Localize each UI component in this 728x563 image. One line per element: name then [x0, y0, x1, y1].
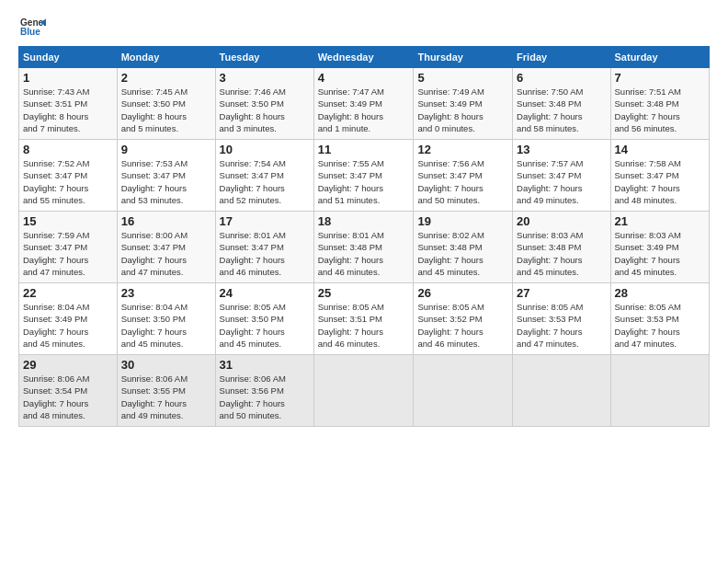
day-number: 13 [517, 143, 606, 156]
day-number: 17 [220, 214, 310, 228]
day-cell [313, 355, 414, 427]
day-number: 6 [517, 71, 606, 85]
day-info: Sunrise: 8:06 AMSunset: 3:54 PMDaylight:… [23, 373, 113, 421]
header-friday: Friday [513, 47, 610, 68]
header-thursday: Thursday [414, 47, 513, 68]
day-cell: 7Sunrise: 7:51 AMSunset: 3:48 PMDaylight… [610, 68, 709, 140]
day-info: Sunrise: 8:03 AMSunset: 3:48 PMDaylight:… [517, 229, 606, 278]
day-info: Sunrise: 8:05 AMSunset: 3:50 PMDaylight:… [220, 301, 310, 350]
day-info: Sunrise: 7:59 AMSunset: 3:47 PMDaylight:… [23, 229, 113, 278]
day-cell: 9Sunrise: 7:53 AMSunset: 3:47 PMDaylight… [117, 140, 215, 212]
day-info: Sunrise: 8:06 AMSunset: 3:56 PMDaylight:… [220, 373, 310, 421]
day-number: 28 [615, 286, 705, 300]
day-number: 10 [220, 143, 310, 156]
day-cell: 27Sunrise: 8:05 AMSunset: 3:53 PMDayligh… [513, 283, 610, 355]
day-cell: 22Sunrise: 8:04 AMSunset: 3:49 PMDayligh… [19, 283, 118, 355]
day-cell: 4Sunrise: 7:47 AMSunset: 3:49 PMDaylight… [313, 68, 414, 140]
day-number: 8 [23, 143, 113, 156]
week-row-3: 15Sunrise: 7:59 AMSunset: 3:47 PMDayligh… [19, 212, 710, 283]
day-cell: 12Sunrise: 7:56 AMSunset: 3:47 PMDayligh… [414, 140, 513, 212]
day-cell: 23Sunrise: 8:04 AMSunset: 3:50 PMDayligh… [117, 283, 215, 355]
day-cell: 30Sunrise: 8:06 AMSunset: 3:55 PMDayligh… [117, 355, 215, 427]
day-cell [513, 355, 610, 427]
day-cell: 20Sunrise: 8:03 AMSunset: 3:48 PMDayligh… [513, 212, 610, 283]
day-info: Sunrise: 7:50 AMSunset: 3:48 PMDaylight:… [517, 86, 606, 134]
day-number: 16 [121, 214, 211, 228]
day-info: Sunrise: 8:00 AMSunset: 3:47 PMDaylight:… [121, 229, 211, 278]
day-number: 29 [23, 358, 113, 372]
header-monday: Monday [117, 47, 215, 68]
day-cell: 24Sunrise: 8:05 AMSunset: 3:50 PMDayligh… [215, 283, 313, 355]
day-number: 26 [417, 286, 508, 300]
day-info: Sunrise: 7:56 AMSunset: 3:47 PMDaylight:… [417, 157, 508, 206]
day-info: Sunrise: 8:03 AMSunset: 3:49 PMDaylight:… [615, 229, 705, 278]
day-cell: 13Sunrise: 7:57 AMSunset: 3:47 PMDayligh… [513, 140, 610, 212]
header-tuesday: Tuesday [215, 47, 313, 68]
day-number: 21 [615, 214, 705, 228]
day-cell: 3Sunrise: 7:46 AMSunset: 3:50 PMDaylight… [215, 68, 313, 140]
logo-icon: General Blue [20, 15, 46, 40]
day-info: Sunrise: 7:57 AMSunset: 3:47 PMDaylight:… [517, 157, 606, 206]
day-cell: 8Sunrise: 7:52 AMSunset: 3:47 PMDaylight… [19, 140, 118, 212]
day-info: Sunrise: 8:02 AMSunset: 3:48 PMDaylight:… [417, 229, 508, 278]
day-number: 31 [220, 358, 310, 372]
day-number: 11 [318, 143, 410, 156]
day-number: 19 [417, 214, 508, 228]
day-info: Sunrise: 7:52 AMSunset: 3:47 PMDaylight:… [23, 157, 113, 206]
week-row-5: 29Sunrise: 8:06 AMSunset: 3:54 PMDayligh… [19, 355, 710, 427]
calendar-table: SundayMondayTuesdayWednesdayThursdayFrid… [18, 46, 710, 427]
day-number: 4 [318, 71, 410, 85]
day-info: Sunrise: 8:04 AMSunset: 3:49 PMDaylight:… [23, 301, 113, 350]
day-info: Sunrise: 8:05 AMSunset: 3:52 PMDaylight:… [417, 301, 508, 350]
day-number: 15 [23, 214, 113, 228]
day-info: Sunrise: 7:51 AMSunset: 3:48 PMDaylight:… [615, 86, 705, 134]
day-cell: 19Sunrise: 8:02 AMSunset: 3:48 PMDayligh… [414, 212, 513, 283]
day-cell: 2Sunrise: 7:45 AMSunset: 3:50 PMDaylight… [117, 68, 215, 140]
day-number: 5 [417, 71, 508, 85]
day-info: Sunrise: 7:45 AMSunset: 3:50 PMDaylight:… [121, 86, 211, 134]
day-cell: 25Sunrise: 8:05 AMSunset: 3:51 PMDayligh… [313, 283, 414, 355]
week-row-1: 1Sunrise: 7:43 AMSunset: 3:51 PMDaylight… [19, 68, 710, 140]
header: General Blue [18, 15, 710, 39]
day-cell: 15Sunrise: 7:59 AMSunset: 3:47 PMDayligh… [19, 212, 118, 283]
day-info: Sunrise: 8:05 AMSunset: 3:53 PMDaylight:… [615, 301, 705, 350]
day-cell: 10Sunrise: 7:54 AMSunset: 3:47 PMDayligh… [215, 140, 313, 212]
day-number: 3 [220, 71, 310, 85]
day-cell: 11Sunrise: 7:55 AMSunset: 3:47 PMDayligh… [313, 140, 414, 212]
day-cell [414, 355, 513, 427]
day-cell [610, 355, 709, 427]
day-cell: 26Sunrise: 8:05 AMSunset: 3:52 PMDayligh… [414, 283, 513, 355]
svg-text:Blue: Blue [20, 27, 40, 37]
day-number: 14 [615, 143, 705, 156]
day-cell: 29Sunrise: 8:06 AMSunset: 3:54 PMDayligh… [19, 355, 118, 427]
day-cell: 5Sunrise: 7:49 AMSunset: 3:49 PMDaylight… [414, 68, 513, 140]
day-number: 24 [220, 286, 310, 300]
day-info: Sunrise: 7:54 AMSunset: 3:47 PMDaylight:… [220, 157, 310, 206]
day-number: 1 [23, 71, 113, 85]
day-number: 22 [23, 286, 113, 300]
day-info: Sunrise: 8:05 AMSunset: 3:53 PMDaylight:… [517, 301, 606, 350]
day-number: 25 [318, 286, 410, 300]
day-cell: 16Sunrise: 8:00 AMSunset: 3:47 PMDayligh… [117, 212, 215, 283]
day-number: 12 [417, 143, 508, 156]
day-info: Sunrise: 7:47 AMSunset: 3:49 PMDaylight:… [318, 86, 410, 134]
day-cell: 21Sunrise: 8:03 AMSunset: 3:49 PMDayligh… [610, 212, 709, 283]
day-info: Sunrise: 8:01 AMSunset: 3:48 PMDaylight:… [318, 229, 410, 278]
day-number: 20 [517, 214, 606, 228]
day-info: Sunrise: 7:55 AMSunset: 3:47 PMDaylight:… [318, 157, 410, 206]
day-info: Sunrise: 7:49 AMSunset: 3:49 PMDaylight:… [417, 86, 508, 134]
day-cell: 28Sunrise: 8:05 AMSunset: 3:53 PMDayligh… [610, 283, 709, 355]
header-saturday: Saturday [610, 47, 709, 68]
day-info: Sunrise: 7:58 AMSunset: 3:47 PMDaylight:… [615, 157, 705, 206]
day-number: 23 [121, 286, 211, 300]
day-number: 7 [615, 71, 705, 85]
day-info: Sunrise: 7:46 AMSunset: 3:50 PMDaylight:… [220, 86, 310, 134]
day-number: 18 [318, 214, 410, 228]
logo: General Blue [18, 15, 46, 39]
day-number: 27 [517, 286, 606, 300]
day-info: Sunrise: 8:04 AMSunset: 3:50 PMDaylight:… [121, 301, 211, 350]
calendar-header-row: SundayMondayTuesdayWednesdayThursdayFrid… [19, 47, 710, 68]
day-cell: 17Sunrise: 8:01 AMSunset: 3:47 PMDayligh… [215, 212, 313, 283]
day-info: Sunrise: 7:43 AMSunset: 3:51 PMDaylight:… [23, 86, 113, 134]
day-cell: 18Sunrise: 8:01 AMSunset: 3:48 PMDayligh… [313, 212, 414, 283]
